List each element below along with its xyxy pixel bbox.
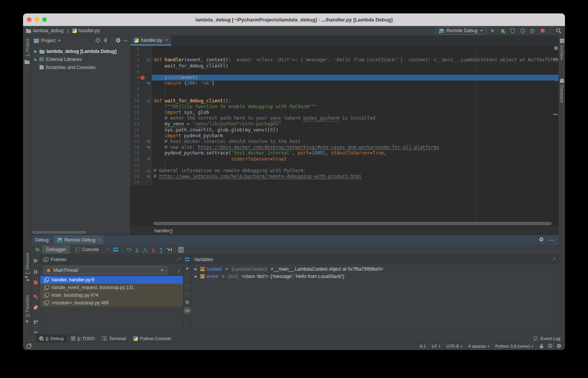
hide-icon[interactable]: — — [549, 237, 554, 243]
run-configuration-select[interactable]: Remote Debug ▼ — [436, 27, 486, 35]
breakpoint-column[interactable] — [139, 92, 146, 98]
tool-stripe-database[interactable]: Database — [559, 79, 565, 103]
debug-session-tab[interactable]: Remote Debug × — [54, 235, 104, 245]
tool-window-button-todo[interactable]: 6: TODO — [68, 335, 98, 342]
tool-window-button-pythonconsole[interactable]: Python Console — [130, 335, 174, 342]
editor-line[interactable]: 7 return {200: "ok"} — [130, 81, 558, 86]
tab-console[interactable]: ▶ Console — [71, 245, 103, 254]
fold-marker-icon[interactable] — [147, 82, 150, 85]
status-item[interactable]: 6:1 — [420, 344, 426, 348]
editor-line[interactable]: 21 — [130, 162, 558, 168]
editor-line[interactable]: 22# General information on remote debugg… — [130, 168, 558, 174]
status-item[interactable]: LF▲▼ — [432, 344, 441, 348]
fold-column[interactable] — [146, 127, 151, 133]
fold-column[interactable] — [146, 145, 151, 150]
breakpoint-column[interactable] — [139, 86, 146, 92]
editor-line[interactable]: 12 import sys, glob — [130, 110, 558, 115]
duplicate-watch-icon[interactable]: ⧉ — [185, 298, 189, 306]
tool-stripe-sciview[interactable]: SciView — [559, 39, 565, 60]
force-step-into-icon[interactable] — [150, 246, 157, 253]
fold-column[interactable] — [146, 162, 151, 168]
editor-line[interactable]: 18 # see also: https://docs.docker.com/d… — [130, 145, 558, 150]
editor-line[interactable]: 9 — [130, 92, 558, 98]
editor-line[interactable]: 6 print(event) — [130, 75, 558, 81]
tab-handler-py[interactable]: handler.py × — [130, 36, 171, 46]
close-icon[interactable]: × — [165, 38, 168, 43]
editor-hscrollbar[interactable] — [130, 221, 558, 226]
frame-row[interactable]: main, bootstrap.py:474 — [40, 291, 183, 299]
breakpoint-column[interactable] — [139, 133, 146, 139]
editor-line[interactable]: 4 wait_for_debug_client() — [130, 63, 558, 69]
expand-arrow-icon[interactable]: ▶ — [34, 49, 38, 53]
breakpoint-column[interactable] — [139, 121, 146, 127]
add-watch-icon[interactable]: + — [185, 264, 188, 273]
expand-arrow-icon[interactable]: ▶ — [195, 267, 198, 271]
tool-window-button-terminal[interactable]: ❯Terminal — [99, 335, 129, 342]
tree-item[interactable]: ▶External Libraries — [31, 55, 130, 63]
restore-layout-icon[interactable] — [33, 319, 38, 326]
fold-column[interactable] — [146, 57, 151, 63]
zoom-window-button[interactable] — [42, 17, 47, 22]
breakpoint-column[interactable] — [139, 75, 146, 81]
debug-icon[interactable] — [499, 27, 506, 34]
editor-line[interactable]: 24 — [130, 179, 558, 185]
editor-line[interactable]: 5 — [130, 69, 558, 75]
breakpoint-dot[interactable] — [140, 76, 145, 80]
breakpoint-column[interactable] — [139, 162, 146, 168]
step-into-my-code-icon[interactable] — [142, 246, 149, 253]
fold-marker-icon[interactable] — [147, 146, 150, 149]
evaluate-expression-icon[interactable] — [178, 246, 185, 253]
fold-column[interactable] — [146, 46, 151, 51]
previous-frame-icon[interactable]: ↑ — [171, 268, 174, 273]
warning-stripe-mark[interactable] — [553, 59, 558, 60]
editor-line[interactable]: 20 stderrToServer=True) — [130, 156, 558, 162]
fold-marker-icon[interactable] — [147, 59, 150, 62]
tool-stripe-structure[interactable]: 7: Structure — [23, 253, 31, 281]
warning-stripe-mark[interactable] — [553, 114, 558, 115]
fold-column[interactable] — [146, 63, 151, 69]
breakpoint-column[interactable] — [139, 98, 146, 104]
project-hscrollbar[interactable] — [32, 231, 86, 233]
editor-line[interactable]: 15 sys.path.insert(0, glob.glob(my_venv)… — [130, 127, 558, 133]
breadcrumb-project[interactable]: lambda_debug — [26, 28, 63, 33]
editor-line[interactable]: 3def handler(event, context): event: <cl… — [130, 57, 558, 63]
breakpoint-column[interactable] — [139, 57, 146, 63]
more-icon[interactable]: ≫ — [34, 330, 38, 334]
breakpoint-column[interactable] — [139, 156, 146, 162]
fold-column[interactable] — [146, 98, 151, 104]
breakpoint-column[interactable] — [139, 51, 146, 57]
status-item[interactable]: 4 spaces▲▼ — [468, 344, 489, 348]
search-icon[interactable] — [555, 27, 562, 34]
pin-icon[interactable]: →* — [550, 257, 555, 261]
resume-icon[interactable] — [33, 258, 38, 265]
fold-column[interactable] — [146, 168, 151, 174]
fold-column[interactable] — [146, 139, 151, 145]
stop-icon[interactable] — [539, 27, 546, 34]
step-into-icon[interactable] — [134, 246, 140, 253]
status-item[interactable]: UTF-8▲▼ — [446, 344, 462, 348]
variable-row[interactable]: ▶event = {dict} <class 'dict'>: {'messag… — [191, 273, 558, 280]
unlock-icon[interactable] — [539, 343, 544, 349]
project-panel-title[interactable]: Project — [41, 38, 55, 43]
editor-line[interactable]: 16 import pydevd_pycharm — [130, 133, 558, 139]
profiler-icon[interactable] — [519, 27, 526, 34]
breakpoint-column[interactable] — [139, 139, 146, 145]
variable-row[interactable]: ▶context = {LambdaContext} <__main__.Lam… — [191, 265, 558, 273]
gear-icon[interactable] — [539, 237, 544, 243]
stop-icon[interactable] — [33, 279, 38, 286]
settings-update-icon[interactable] — [557, 343, 562, 349]
editor-line[interactable]: 23# https://www.jetbrains.com/help/pycha… — [130, 174, 558, 179]
fold-column[interactable] — [146, 92, 151, 98]
rerun-icon[interactable]: ↻ — [34, 246, 41, 253]
tool-stripe-favorites[interactable]: 2: Favorites ★ — [23, 295, 31, 324]
thread-select[interactable]: MainThread ▼ — [43, 266, 167, 274]
fold-column[interactable] — [146, 115, 151, 121]
breakpoint-column[interactable] — [139, 145, 146, 150]
view-breakpoints-icon[interactable] — [33, 294, 38, 301]
close-window-button[interactable] — [27, 17, 31, 22]
gear-icon[interactable] — [116, 38, 121, 44]
run-icon[interactable] — [489, 27, 496, 34]
tree-item[interactable]: ▶lambda_debug [Lambda Debug] — [31, 47, 130, 55]
fold-column[interactable] — [146, 133, 151, 139]
close-icon[interactable]: × — [97, 237, 100, 243]
